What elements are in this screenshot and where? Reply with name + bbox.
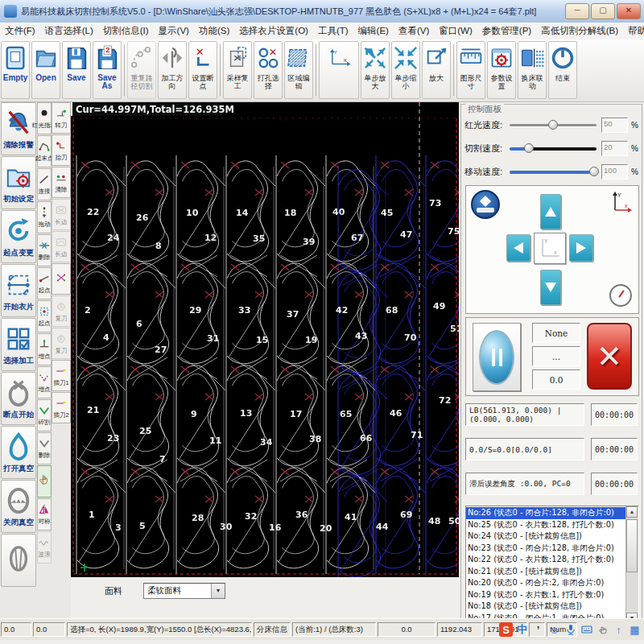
toolbar-repeat-path[interactable]: 重复路径切割 [127,41,156,99]
fabric-select[interactable]: 柔软面料 ▼ [143,583,225,599]
slider-thumb[interactable] [548,120,558,130]
sidebar-insert-knife-8[interactable]: 插刀1 [52,360,71,391]
menu-item-11[interactable]: 高低切割分解线(B) [536,23,623,39]
slider-track[interactable] [510,142,597,154]
sidebar-wave-13[interactable]: 波浪 [37,531,52,564]
log-listbox[interactable]: No:26 (状态0 - 闭合片:128, 非闭合片:0)No:25 (状态0 … [465,506,639,625]
scroll-up-icon[interactable]: ▲ [626,506,638,518]
maximize-button[interactable]: ▢ [591,3,615,19]
sidebar-hand[interactable] [37,465,52,497]
toolbar-ruler[interactable]: 图形尺寸 [456,41,485,99]
sidebar-slash-2[interactable]: 连接 [37,168,52,200]
menu-item-7[interactable]: 编辑(E) [353,23,394,39]
toolbar-zoom-in-step[interactable]: 单步放大 [361,41,390,99]
menu-item-3[interactable]: 显示(V) [154,23,194,39]
jog-down-button[interactable] [540,270,561,305]
sidebar-dot-0[interactable]: 红光指示 [37,102,52,134]
sidebar-bell-slash-0[interactable]: 清除报警 [1,102,36,155]
menu-item-2[interactable]: 切割信息(I) [98,23,154,39]
log-row-1[interactable]: No:25 (状态0 - 衣片数:128, 打孔个数:0) [466,519,626,531]
sidebar-pattern-x[interactable] [52,263,71,295]
menu-item-6[interactable]: 工具(T) [313,23,353,39]
menu-item-1[interactable]: 语言选择(L) [40,23,98,39]
chevron-down-icon[interactable]: ▼ [211,584,225,598]
pause-button[interactable] [473,323,521,391]
sidebar-oval-plain[interactable] [1,534,36,587]
emoji-icon[interactable]: ☺ [547,622,561,637]
menu-item-9[interactable]: 窗口(W) [434,23,477,39]
stop-button[interactable]: ✕ [587,323,632,390]
sidebar-add-pt-7[interactable]: 增点 [37,333,52,365]
slider-value-field[interactable]: 100 [601,164,628,180]
log-row-3[interactable]: No:23 (状态0 - 闭合片:128, 非闭合片:0) [466,543,626,555]
chinese-mode-icon[interactable]: 中 [515,622,529,637]
cutting-canvas[interactable]: 2224242123132686272575101229319112830143… [71,102,459,577]
toolbar-save-disk[interactable]: Save [62,41,91,99]
punctuation-icon[interactable]: ’ [531,622,545,637]
log-row-7[interactable]: No:19 (状态0 - 衣片数:1, 打孔个数:0) [466,589,626,601]
jog-left-button[interactable] [506,234,530,262]
handwriting-icon[interactable] [596,622,609,637]
sidebar-drag-3[interactable]: 拖动 [37,201,52,233]
sidebar-start-box-6[interactable]: 起点 [37,300,52,332]
sidebar-mirror-12[interactable]: 对称 [37,498,52,530]
close-button[interactable]: ✕ [617,3,641,19]
jog-center-box[interactable]: Yx [534,233,566,264]
toolbar-resample[interactable]: 采样复工 [223,41,252,99]
sidebar-knife-turn-0[interactable]: 转刀 [52,102,71,134]
sidebar-del-line-4[interactable]: 删除 [37,234,52,266]
toolbar-zoom-big[interactable]: 放大 [422,41,451,99]
log-row-0[interactable]: No:26 (状态0 - 闭合片:128, 非闭合片:0) [466,507,626,519]
sidebar-add-v-8[interactable]: 增点 [37,366,52,398]
microphone-icon[interactable] [564,622,577,637]
slider-track[interactable] [510,166,597,177]
log-row-2[interactable]: No:24 (状态0 - [统计裁剪信息]) [466,530,626,543]
sogou-icon[interactable]: S [499,622,513,637]
sidebar-oval-x-5[interactable]: 断点开始 [1,372,36,425]
toolbar-punch-select[interactable]: ✕打孔选择 [254,41,283,99]
sidebar-knife-up-1[interactable]: 抬刀 [52,134,71,166]
menu-item-0[interactable]: 文件(F) [0,23,40,39]
sidebar-grid-check-4[interactable]: 选择加工 [1,318,36,371]
log-scrollbar[interactable]: ▲ ▼ [625,506,638,624]
toolbar-zoom-out-step[interactable]: 单步缩小 [391,41,420,99]
toolbar-breakpoint[interactable]: ✕设置断点 [188,41,217,99]
menu-item-10[interactable]: 参数管理(P) [477,23,536,39]
sidebar-folder-gear-1[interactable]: 初始设定 [1,156,36,209]
slider-thumb[interactable] [524,143,534,153]
toolbar-bed-link[interactable]: 换床联动 [518,41,547,99]
scrollbar-thumb[interactable] [626,519,638,572]
toolbar-direction[interactable]: 加工方向 [158,41,187,99]
toolbar-region-edit[interactable]: 区域编辑 [284,41,313,99]
sidebar-start-pt-5[interactable]: 起点 [37,267,52,299]
toolbar-empty-doc[interactable]: Empty [1,41,30,99]
sidebar-edge2-4[interactable]: 长边 [52,231,71,262]
slider-value-field[interactable]: 50 [601,118,628,133]
log-row-5[interactable]: No:21 (状态0 - [统计裁剪信息]) [466,566,626,578]
sidebar-marquee-3[interactable]: 开始衣片 [1,264,36,317]
sidebar-v-green-9[interactable]: 碎割 [37,399,52,431]
toolbar-open-folder[interactable]: Open [31,41,60,99]
run-dots-field[interactable]: ... [532,346,580,366]
sidebar-edge1-3[interactable]: 长边 [52,199,71,230]
slider-thumb[interactable] [589,167,599,176]
log-row-4[interactable]: No:22 (状态0 - 衣片数:128, 打孔个数:0) [466,554,626,566]
log-row-8[interactable]: No:18 (状态0 - [统计裁剪信息]) [466,601,626,613]
toolbox-icon[interactable]: ▦ [628,622,642,637]
sidebar-dots-clear-2[interactable]: 清除 [52,167,71,198]
keyboard-icon[interactable] [580,622,593,637]
sidebar-vacuum-on-6[interactable]: 打开真空 [1,426,36,479]
sidebar-insert-knife-9[interactable]: 插刀2 [52,392,71,423]
skin-icon[interactable]: ↑ [612,622,625,637]
toolbar-xy-axes[interactable]: YX [319,41,359,99]
toolbar-param-gear[interactable]: 参数设置 [487,41,516,99]
sidebar-circle-e-7[interactable]: E复刀 [52,328,71,359]
sidebar-v-gray-10[interactable]: 删除 [37,432,52,464]
toolbar-save-as-disk[interactable]: 2Save As [93,41,122,99]
menu-item-12[interactable]: 帮助(H) [623,23,644,39]
jog-up-button[interactable] [540,194,561,229]
sidebar-vacuum-off-7[interactable]: 关闭真空 [1,480,36,533]
menu-item-5[interactable]: 选择衣片设置(O) [234,23,313,39]
menu-item-4[interactable]: 功能(S) [194,23,234,39]
sidebar-circle-s-6[interactable]: S复刀 [52,295,71,327]
